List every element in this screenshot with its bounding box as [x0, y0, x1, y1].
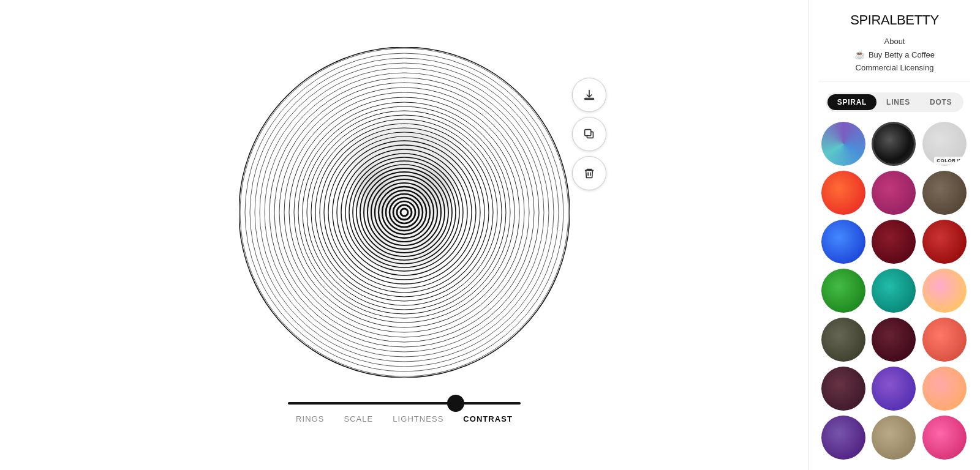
coffee-link[interactable]: ☕ Buy Betty a Coffee — [854, 50, 935, 59]
swatch-pink-yellow[interactable] — [922, 269, 967, 313]
swatch-hot-pink[interactable] — [922, 416, 967, 460]
swatch-dark-red[interactable] — [872, 220, 916, 264]
duplicate-icon — [582, 127, 596, 141]
swatch-bw[interactable] — [872, 122, 916, 166]
swatch-peach-orange[interactable] — [922, 367, 967, 411]
mode-tab-lines[interactable]: LINES — [876, 94, 920, 110]
swatch-tan[interactable] — [872, 416, 916, 460]
swatch-purple-blue[interactable] — [821, 122, 865, 166]
tab-scale[interactable]: SCALE — [344, 414, 373, 423]
swatch-teal[interactable] — [872, 269, 916, 313]
svg-point-42 — [355, 170, 392, 218]
color-in-badge: COLOR IN — [934, 157, 965, 165]
main-canvas-area: RINGS SCALE LIGHTNESS CONTRAST — [0, 0, 809, 470]
logo-bold: SPIRAL — [850, 12, 897, 28]
mode-tab-spiral[interactable]: SPIRAL — [827, 94, 876, 110]
duplicate-button[interactable] — [572, 117, 606, 151]
about-link[interactable]: About — [884, 37, 905, 46]
mode-tabs: SPIRAL LINES DOTS — [826, 92, 964, 112]
slider-area: RINGS SCALE LIGHTNESS CONTRAST — [288, 402, 521, 423]
slider-tabs: RINGS SCALE LIGHTNESS CONTRAST — [296, 414, 513, 423]
licensing-link[interactable]: Commercial Licensing — [856, 63, 934, 72]
mode-tab-dots[interactable]: DOTS — [920, 94, 962, 110]
swatch-dark-purple[interactable] — [821, 367, 865, 411]
swatch-red[interactable] — [821, 171, 865, 215]
swatch-green[interactable] — [821, 269, 865, 313]
swatch-purple2[interactable] — [821, 416, 865, 460]
contrast-slider-thumb[interactable] — [447, 395, 464, 412]
nav-links: About ☕ Buy Betty a Coffee Commercial Li… — [819, 37, 970, 81]
swatch-purple-violet[interactable] — [872, 367, 916, 411]
sidebar: SPIRALBETTY About ☕ Buy Betty a Coffee C… — [809, 0, 980, 470]
coffee-icon: ☕ — [854, 50, 865, 59]
swatch-dark-gray-warm[interactable] — [922, 171, 967, 215]
svg-rect-45 — [585, 98, 594, 99]
contrast-slider-track[interactable] — [288, 402, 521, 405]
tab-rings[interactable]: RINGS — [296, 414, 324, 423]
action-buttons — [572, 78, 606, 190]
swatch-blue[interactable] — [821, 220, 865, 264]
swatch-light-gray[interactable]: COLOR IN — [922, 122, 967, 166]
logo-light: BETTY — [897, 12, 939, 28]
swatch-magenta[interactable] — [872, 171, 916, 215]
svg-point-41 — [361, 212, 447, 274]
spiral-artwork — [239, 47, 570, 378]
swatch-salmon[interactable] — [922, 318, 967, 362]
delete-button[interactable] — [572, 156, 606, 190]
app-logo: SPIRALBETTY — [819, 12, 970, 28]
swatches-grid: COLOR IN — [819, 122, 970, 460]
svg-rect-47 — [585, 129, 591, 135]
download-button[interactable] — [572, 78, 606, 112]
canvas-container — [239, 47, 570, 378]
trash-icon — [582, 166, 596, 180]
download-icon — [582, 88, 596, 102]
tab-contrast[interactable]: CONTRAST — [463, 414, 513, 423]
swatch-dark-maroon[interactable] — [872, 318, 916, 362]
swatch-crimson[interactable] — [922, 220, 967, 264]
tab-lightness[interactable]: LIGHTNESS — [393, 414, 443, 423]
svg-point-43 — [417, 170, 453, 218]
swatch-dark-warm[interactable] — [821, 318, 865, 362]
